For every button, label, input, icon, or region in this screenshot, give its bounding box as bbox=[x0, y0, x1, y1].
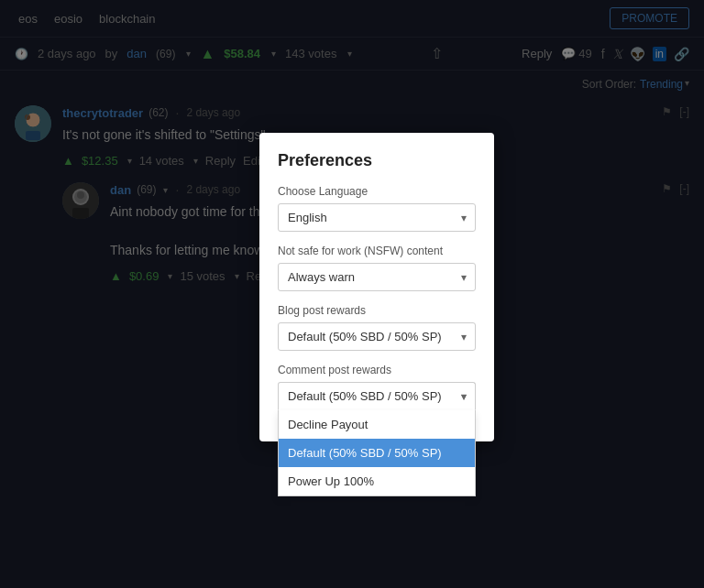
comment-rewards-group: Comment post rewards Default (50% SBD / … bbox=[278, 364, 476, 410]
language-label: Choose Language bbox=[278, 185, 476, 198]
nsfw-group: Not safe for work (NSFW) content Always … bbox=[278, 245, 476, 291]
dropdown-item-powerup[interactable]: Power Up 100% bbox=[279, 467, 475, 495]
nsfw-select[interactable]: Always warn bbox=[278, 263, 476, 291]
language-group: Choose Language English bbox=[278, 185, 476, 232]
language-select[interactable]: English bbox=[278, 203, 476, 232]
comment-rewards-select-wrapper: Default (50% SBD / 50% SP) ▾ Decline Pay… bbox=[278, 382, 476, 410]
comment-rewards-label: Comment post rewards bbox=[278, 364, 476, 376]
modal-title: Preferences bbox=[278, 151, 476, 170]
language-select-wrapper: English bbox=[278, 203, 476, 232]
blog-rewards-select-wrapper: Default (50% SBD / 50% SP) bbox=[278, 322, 476, 351]
nsfw-label: Not safe for work (NSFW) content bbox=[278, 245, 476, 257]
blog-rewards-label: Blog post rewards bbox=[278, 304, 476, 317]
comment-rewards-select[interactable]: Default (50% SBD / 50% SP) bbox=[278, 382, 476, 410]
dropdown-item-default[interactable]: Default (50% SBD / 50% SP) bbox=[279, 439, 475, 467]
comment-rewards-dropdown: Decline Payout Default (50% SBD / 50% SP… bbox=[278, 410, 476, 496]
dropdown-item-decline[interactable]: Decline Payout bbox=[279, 410, 475, 439]
preferences-modal: Preferences Choose Language English Not … bbox=[259, 133, 494, 441]
nsfw-select-wrapper: Always warn bbox=[278, 263, 476, 291]
blog-rewards-group: Blog post rewards Default (50% SBD / 50%… bbox=[278, 304, 476, 351]
blog-rewards-select[interactable]: Default (50% SBD / 50% SP) bbox=[278, 322, 476, 351]
